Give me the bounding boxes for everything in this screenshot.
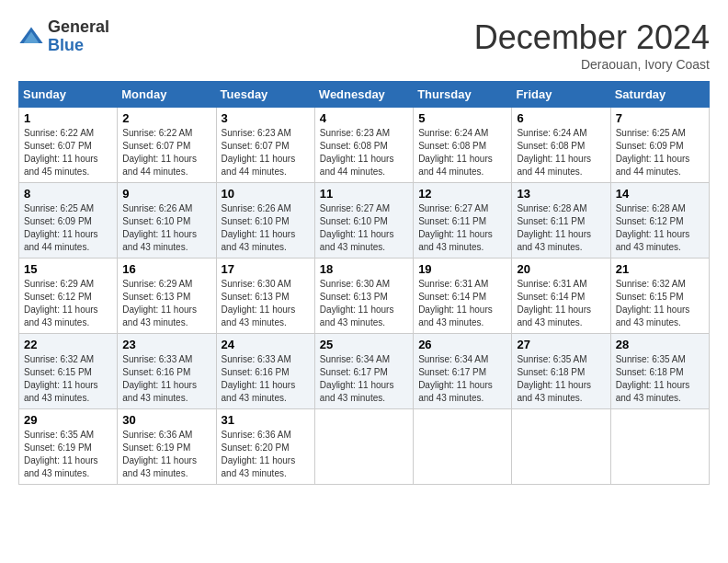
weekday-header-monday: Monday <box>118 82 216 108</box>
day-info: Sunrise: 6:31 AM Sunset: 6:14 PM Dayligh… <box>418 278 506 329</box>
day-info: Sunrise: 6:27 AM Sunset: 6:10 PM Dayligh… <box>320 202 408 254</box>
calendar-cell: 30 Sunrise: 6:36 AM Sunset: 6:19 PM Dayl… <box>118 409 216 485</box>
day-number: 10 <box>222 187 310 201</box>
day-info: Sunrise: 6:22 AM Sunset: 6:07 PM Dayligh… <box>122 127 210 178</box>
calendar-cell: 26 Sunrise: 6:34 AM Sunset: 6:17 PM Dayl… <box>414 334 512 409</box>
calendar-cell: 25 Sunrise: 6:34 AM Sunset: 6:17 PM Dayl… <box>314 334 413 409</box>
day-info: Sunrise: 6:30 AM Sunset: 6:13 PM Dayligh… <box>320 278 408 329</box>
day-number: 8 <box>24 187 112 201</box>
day-number: 15 <box>24 262 112 276</box>
day-number: 12 <box>418 187 506 201</box>
day-number: 29 <box>24 413 112 427</box>
calendar-cell: 3 Sunrise: 6:23 AM Sunset: 6:07 PM Dayli… <box>216 108 314 183</box>
day-info: Sunrise: 6:29 AM Sunset: 6:12 PM Dayligh… <box>24 278 112 329</box>
logo: General Blue <box>18 18 109 55</box>
calendar-cell: 9 Sunrise: 6:26 AM Sunset: 6:10 PM Dayli… <box>118 183 216 259</box>
day-number: 24 <box>222 338 310 351</box>
day-info: Sunrise: 6:32 AM Sunset: 6:15 PM Dayligh… <box>24 353 112 405</box>
weekday-header-friday: Friday <box>512 82 610 108</box>
week-row-5: 29 Sunrise: 6:35 AM Sunset: 6:19 PM Dayl… <box>19 409 710 485</box>
day-number: 28 <box>616 338 704 351</box>
calendar-cell: 22 Sunrise: 6:32 AM Sunset: 6:15 PM Dayl… <box>19 334 118 409</box>
calendar-cell: 23 Sunrise: 6:33 AM Sunset: 6:16 PM Dayl… <box>118 334 216 409</box>
page-header: General Blue December 2024 Deraouan, Ivo… <box>18 18 710 72</box>
calendar-cell: 2 Sunrise: 6:22 AM Sunset: 6:07 PM Dayli… <box>118 108 216 183</box>
calendar-cell: 20 Sunrise: 6:31 AM Sunset: 6:14 PM Dayl… <box>512 259 610 334</box>
day-info: Sunrise: 6:25 AM Sunset: 6:09 PM Dayligh… <box>616 127 704 178</box>
day-number: 25 <box>320 338 408 351</box>
day-number: 11 <box>320 187 408 201</box>
logo-general: General <box>48 17 109 36</box>
day-info: Sunrise: 6:23 AM Sunset: 6:08 PM Dayligh… <box>320 127 408 178</box>
calendar-cell: 6 Sunrise: 6:24 AM Sunset: 6:08 PM Dayli… <box>512 108 610 183</box>
weekday-header-wednesday: Wednesday <box>314 82 413 108</box>
calendar-cell: 29 Sunrise: 6:35 AM Sunset: 6:19 PM Dayl… <box>19 409 118 485</box>
day-info: Sunrise: 6:25 AM Sunset: 6:09 PM Dayligh… <box>24 202 112 254</box>
day-info: Sunrise: 6:33 AM Sunset: 6:16 PM Dayligh… <box>122 353 210 405</box>
day-number: 18 <box>320 262 408 276</box>
day-number: 14 <box>616 187 704 201</box>
calendar-cell: 4 Sunrise: 6:23 AM Sunset: 6:08 PM Dayli… <box>314 108 413 183</box>
day-info: Sunrise: 6:22 AM Sunset: 6:07 PM Dayligh… <box>24 127 112 178</box>
day-number: 7 <box>616 111 704 125</box>
day-number: 13 <box>517 187 605 201</box>
day-number: 3 <box>222 111 310 125</box>
day-number: 2 <box>122 111 210 125</box>
day-number: 22 <box>24 338 112 351</box>
day-number: 20 <box>517 262 605 276</box>
day-info: Sunrise: 6:24 AM Sunset: 6:08 PM Dayligh… <box>517 127 605 178</box>
calendar-cell: 16 Sunrise: 6:29 AM Sunset: 6:13 PM Dayl… <box>118 259 216 334</box>
weekday-header-saturday: Saturday <box>610 82 709 108</box>
calendar-cell <box>610 409 709 485</box>
weekday-header-thursday: Thursday <box>414 82 512 108</box>
calendar-cell: 12 Sunrise: 6:27 AM Sunset: 6:11 PM Dayl… <box>414 183 512 259</box>
calendar-cell: 11 Sunrise: 6:27 AM Sunset: 6:10 PM Dayl… <box>314 183 413 259</box>
day-number: 4 <box>320 111 408 125</box>
calendar-cell <box>512 409 610 485</box>
calendar-cell: 24 Sunrise: 6:33 AM Sunset: 6:16 PM Dayl… <box>216 334 314 409</box>
logo-blue: Blue <box>48 36 84 54</box>
day-info: Sunrise: 6:35 AM Sunset: 6:18 PM Dayligh… <box>616 353 704 405</box>
calendar-cell: 31 Sunrise: 6:36 AM Sunset: 6:20 PM Dayl… <box>216 409 314 485</box>
day-number: 30 <box>122 413 210 427</box>
calendar-table: SundayMondayTuesdayWednesdayThursdayFrid… <box>18 81 710 485</box>
calendar-cell: 8 Sunrise: 6:25 AM Sunset: 6:09 PM Dayli… <box>19 183 118 259</box>
week-row-2: 8 Sunrise: 6:25 AM Sunset: 6:09 PM Dayli… <box>19 183 710 259</box>
day-number: 9 <box>122 187 210 201</box>
day-info: Sunrise: 6:30 AM Sunset: 6:13 PM Dayligh… <box>222 278 310 329</box>
calendar-cell: 19 Sunrise: 6:31 AM Sunset: 6:14 PM Dayl… <box>414 259 512 334</box>
logo-icon <box>18 24 44 50</box>
calendar-cell: 1 Sunrise: 6:22 AM Sunset: 6:07 PM Dayli… <box>19 108 118 183</box>
calendar-cell: 15 Sunrise: 6:29 AM Sunset: 6:12 PM Dayl… <box>19 259 118 334</box>
calendar-cell: 10 Sunrise: 6:26 AM Sunset: 6:10 PM Dayl… <box>216 183 314 259</box>
day-number: 5 <box>418 111 506 125</box>
week-row-4: 22 Sunrise: 6:32 AM Sunset: 6:15 PM Dayl… <box>19 334 710 409</box>
calendar-cell <box>414 409 512 485</box>
day-number: 23 <box>122 338 210 351</box>
day-info: Sunrise: 6:27 AM Sunset: 6:11 PM Dayligh… <box>418 202 506 254</box>
calendar-cell: 28 Sunrise: 6:35 AM Sunset: 6:18 PM Dayl… <box>610 334 709 409</box>
day-info: Sunrise: 6:36 AM Sunset: 6:19 PM Dayligh… <box>122 429 210 480</box>
day-number: 1 <box>24 111 112 125</box>
day-info: Sunrise: 6:28 AM Sunset: 6:12 PM Dayligh… <box>616 202 704 254</box>
day-info: Sunrise: 6:23 AM Sunset: 6:07 PM Dayligh… <box>222 127 310 178</box>
weekday-header-sunday: Sunday <box>19 82 118 108</box>
calendar-cell <box>314 409 413 485</box>
day-number: 16 <box>122 262 210 276</box>
calendar-cell: 13 Sunrise: 6:28 AM Sunset: 6:11 PM Dayl… <box>512 183 610 259</box>
month-title: December 2024 <box>474 18 710 57</box>
day-info: Sunrise: 6:28 AM Sunset: 6:11 PM Dayligh… <box>517 202 605 254</box>
weekday-header-row: SundayMondayTuesdayWednesdayThursdayFrid… <box>19 82 710 108</box>
day-info: Sunrise: 6:24 AM Sunset: 6:08 PM Dayligh… <box>418 127 506 178</box>
day-info: Sunrise: 6:36 AM Sunset: 6:20 PM Dayligh… <box>222 429 310 480</box>
day-number: 19 <box>418 262 506 276</box>
calendar-cell: 17 Sunrise: 6:30 AM Sunset: 6:13 PM Dayl… <box>216 259 314 334</box>
calendar-cell: 27 Sunrise: 6:35 AM Sunset: 6:18 PM Dayl… <box>512 334 610 409</box>
day-info: Sunrise: 6:33 AM Sunset: 6:16 PM Dayligh… <box>222 353 310 405</box>
location: Deraouan, Ivory Coast <box>474 57 710 72</box>
day-info: Sunrise: 6:34 AM Sunset: 6:17 PM Dayligh… <box>418 353 506 405</box>
day-number: 6 <box>517 111 605 125</box>
day-number: 26 <box>418 338 506 351</box>
day-info: Sunrise: 6:35 AM Sunset: 6:18 PM Dayligh… <box>517 353 605 405</box>
day-info: Sunrise: 6:29 AM Sunset: 6:13 PM Dayligh… <box>122 278 210 329</box>
